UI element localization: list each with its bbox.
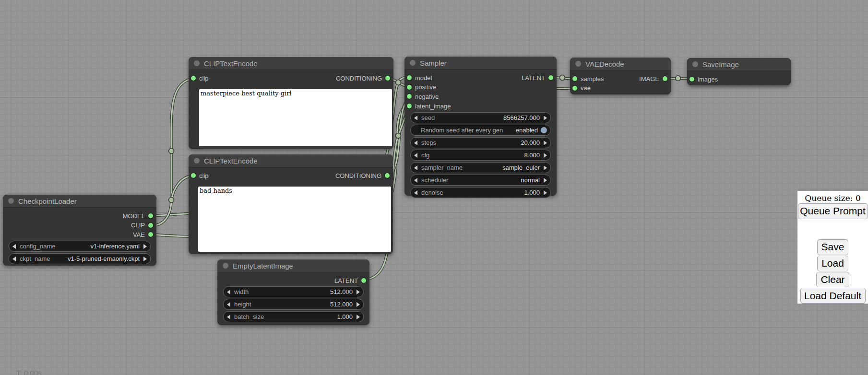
- widget-cfg[interactable]: cfg8.000: [410, 150, 551, 161]
- widget-Random-seed-after-every-gen[interactable]: Random seed after every genenabled: [410, 125, 551, 136]
- collapse-dot-icon[interactable]: [223, 263, 228, 269]
- input-port-vae[interactable]: vae: [572, 84, 591, 93]
- widget-scheduler[interactable]: schedulernormal: [410, 175, 551, 186]
- output-port-LATENT[interactable]: LATENT: [522, 73, 553, 82]
- input-slot-icon[interactable]: [690, 77, 694, 82]
- increment-arrow-icon[interactable]: [544, 165, 547, 170]
- decrement-arrow-icon[interactable]: [227, 290, 230, 294]
- toggle-icon[interactable]: [541, 127, 547, 133]
- input-port-samples[interactable]: samples: [572, 74, 604, 83]
- node-title-bar[interactable]: EmptyLatentImage: [217, 259, 369, 272]
- load-button[interactable]: Load: [817, 256, 848, 271]
- input-slot-icon[interactable]: [191, 76, 196, 81]
- widget-denoise[interactable]: denoise1.000: [410, 187, 551, 198]
- output-port-MODEL[interactable]: MODEL: [123, 211, 153, 220]
- collapse-dot-icon[interactable]: [692, 61, 698, 67]
- input-slot-icon[interactable]: [572, 86, 577, 91]
- output-slot-icon[interactable]: [385, 76, 390, 81]
- decrement-arrow-icon[interactable]: [12, 257, 16, 261]
- node-title-bar[interactable]: SaveImage: [687, 58, 791, 71]
- input-slot-icon[interactable]: [407, 94, 412, 99]
- decrement-arrow-icon[interactable]: [414, 178, 417, 183]
- input-port-negative[interactable]: negative: [407, 92, 439, 101]
- decrement-arrow-icon[interactable]: [414, 190, 417, 195]
- save-button[interactable]: Save: [817, 239, 849, 255]
- input-slot-icon[interactable]: [407, 75, 412, 80]
- node-graph-canvas[interactable]: { "status": { "time": "T: 0.00s" }, "col…: [0, 0, 868, 375]
- input-slot-icon[interactable]: [407, 104, 412, 108]
- input-port-images[interactable]: images: [690, 75, 718, 83]
- node-sampler[interactable]: Samplermodelpositivenegativelatent_image…: [404, 57, 557, 196]
- node-title-bar[interactable]: CLIPTextEncode: [189, 154, 393, 167]
- input-port-clip[interactable]: clip: [191, 171, 209, 180]
- input-slot-icon[interactable]: [191, 173, 196, 178]
- node-saveimage[interactable]: SaveImageimages: [687, 58, 791, 85]
- node-clip2[interactable]: CLIPTextEncodeclipCONDITIONING: [189, 154, 393, 254]
- output-slot-icon[interactable]: [361, 278, 366, 283]
- increment-arrow-icon[interactable]: [544, 141, 547, 145]
- input-port-latent_image[interactable]: latent_image: [407, 102, 451, 110]
- increment-arrow-icon[interactable]: [544, 190, 547, 195]
- collapse-dot-icon[interactable]: [194, 60, 200, 66]
- output-port-CONDITIONING[interactable]: CONDITIONING: [336, 74, 390, 82]
- prompt-textarea[interactable]: [199, 89, 392, 146]
- widget-sampler_name[interactable]: sampler_namesample_euler: [410, 162, 551, 173]
- reroute-dot[interactable]: [169, 149, 174, 154]
- widget-steps[interactable]: steps20.000: [410, 137, 551, 148]
- increment-arrow-icon[interactable]: [357, 302, 360, 307]
- decrement-arrow-icon[interactable]: [227, 302, 230, 307]
- decrement-arrow-icon[interactable]: [414, 116, 417, 120]
- increment-arrow-icon[interactable]: [143, 257, 147, 261]
- node-empty[interactable]: EmptyLatentImageLATENTwidth512.000height…: [217, 259, 369, 325]
- output-port-CLIP[interactable]: CLIP: [131, 221, 153, 230]
- reroute-dot[interactable]: [169, 198, 174, 203]
- prompt-textarea[interactable]: [198, 187, 391, 252]
- increment-arrow-icon[interactable]: [544, 153, 547, 158]
- output-slot-icon[interactable]: [663, 76, 667, 81]
- node-title-bar[interactable]: CheckpointLoader: [3, 195, 156, 208]
- output-port-CONDITIONING[interactable]: CONDITIONING: [335, 171, 390, 180]
- widget-config_name[interactable]: config_namev1-inference.yaml: [9, 241, 151, 252]
- decrement-arrow-icon[interactable]: [414, 165, 417, 170]
- reroute-dot[interactable]: [396, 80, 401, 85]
- input-port-model[interactable]: model: [407, 73, 432, 82]
- node-vaedecode[interactable]: VAEDecodesamplesvaeIMAGE: [570, 58, 671, 94]
- input-slot-icon[interactable]: [407, 85, 412, 90]
- reroute-dot[interactable]: [396, 133, 401, 139]
- output-port-IMAGE[interactable]: IMAGE: [639, 74, 667, 83]
- output-slot-icon[interactable]: [548, 75, 553, 80]
- queue-prompt-button[interactable]: Queue Prompt: [798, 203, 868, 219]
- load-default-button[interactable]: Load Default: [800, 288, 866, 304]
- node-checkpoint[interactable]: CheckpointLoaderMODELCLIPVAEconfig_namev…: [3, 195, 156, 266]
- output-slot-icon[interactable]: [148, 232, 153, 237]
- widget-width[interactable]: width512.000: [223, 286, 364, 297]
- node-title-bar[interactable]: Sampler: [404, 57, 557, 70]
- widget-height[interactable]: height512.000: [223, 299, 364, 310]
- collapse-dot-icon[interactable]: [8, 198, 14, 204]
- reroute-dot[interactable]: [676, 76, 681, 81]
- increment-arrow-icon[interactable]: [544, 178, 547, 183]
- input-port-positive[interactable]: positive: [407, 83, 436, 92]
- decrement-arrow-icon[interactable]: [227, 315, 230, 319]
- output-port-LATENT[interactable]: LATENT: [334, 276, 366, 285]
- output-slot-icon[interactable]: [148, 213, 153, 218]
- node-title-bar[interactable]: VAEDecode: [570, 58, 671, 70]
- increment-arrow-icon[interactable]: [357, 290, 360, 294]
- input-port-clip[interactable]: clip: [191, 74, 209, 82]
- collapse-dot-icon[interactable]: [575, 61, 581, 67]
- node-title-bar[interactable]: CLIPTextEncode: [189, 57, 393, 70]
- input-slot-icon[interactable]: [572, 76, 577, 81]
- output-slot-icon[interactable]: [385, 173, 390, 178]
- increment-arrow-icon[interactable]: [544, 116, 547, 120]
- decrement-arrow-icon[interactable]: [414, 141, 417, 145]
- node-clip1[interactable]: CLIPTextEncodeclipCONDITIONING: [189, 57, 393, 149]
- reroute-dot[interactable]: [560, 75, 565, 81]
- decrement-arrow-icon[interactable]: [414, 153, 417, 158]
- widget-seed[interactable]: seed8566257.000: [410, 112, 551, 123]
- increment-arrow-icon[interactable]: [143, 244, 147, 249]
- output-port-VAE[interactable]: VAE: [133, 230, 153, 239]
- widget-batch_size[interactable]: batch_size1.000: [223, 311, 364, 322]
- widget-ckpt_name[interactable]: ckpt_namev1-5-pruned-emaonly.ckpt: [9, 253, 151, 264]
- collapse-dot-icon[interactable]: [194, 158, 200, 164]
- clear-button[interactable]: Clear: [816, 272, 849, 288]
